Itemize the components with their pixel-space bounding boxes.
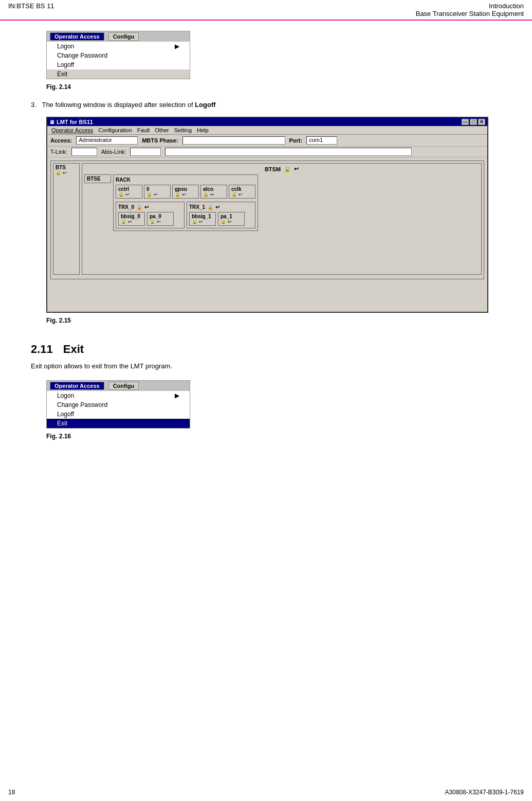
menu-configuration[interactable]: Configuration (96, 127, 134, 133)
menu-operator-access[interactable]: Operator Access (49, 127, 95, 133)
fig16-changepw-item[interactable]: Change Password (47, 400, 190, 410)
fig14-label: Fig. 2.14 (46, 83, 501, 91)
doc-reference: A30808-X3247-B309-1-7619 (445, 789, 524, 796)
port-label: Port: (289, 137, 303, 144)
section-211-title: Exit (63, 343, 84, 356)
cclk-box: cclk 🔒 ↩ (229, 185, 255, 199)
trx-section: TRX_0 🔒 ↩ bbsig_0 🔒 ↩ (116, 202, 255, 228)
pa1-icons: 🔒 ↩ (221, 219, 242, 224)
pa1-box: pa_1 🔒 ↩ (218, 212, 245, 226)
access-label: Access: (50, 137, 72, 144)
fig14-exit-item[interactable]: Exit (47, 69, 190, 79)
tlink-value (71, 148, 97, 156)
fig14-changepw-item[interactable]: Change Password (47, 51, 190, 60)
menu-fault[interactable]: Fault (135, 127, 152, 133)
components-row: cctrl 🔒 ↩ li 🔒 ↩ gpsu (116, 185, 255, 199)
btse-label: BTSE (87, 176, 108, 182)
page-header: IN:BTSE BS 11 Introduction Base Transcei… (0, 0, 532, 21)
rack-label: RACK (116, 177, 131, 183)
bts-label: BTS (56, 165, 77, 170)
bbsig1-box: bbsig_1 🔒 ↩ (189, 212, 216, 226)
btsm-box: BTSM 🔒 ↩ BTSE (82, 163, 482, 275)
trx0-header: TRX_0 🔒 ↩ (118, 204, 182, 210)
header-left: IN:BTSE BS 11 (8, 2, 54, 10)
cctrl-icons: 🔒 ↩ (118, 192, 140, 197)
trx1-unlock: ↩ (215, 204, 219, 210)
btsm-lock-icon: 🔒 (284, 166, 291, 172)
btsm-header: BTSM 🔒 ↩ (84, 166, 479, 172)
fig16-operator-access-btn[interactable]: Operator Access (50, 382, 104, 390)
abis-value (130, 148, 161, 156)
fig14-logoff-item[interactable]: Logoff (47, 60, 190, 69)
bbsig1-icons: 🔒 ↩ (192, 219, 213, 224)
abis-label: Abis-Link: (101, 149, 126, 155)
fig16-logoff-item[interactable]: Logoff (47, 410, 190, 419)
fig16-exit-item[interactable]: Exit (47, 419, 190, 428)
rack-group: RACK cctrl 🔒 ↩ li (113, 174, 258, 231)
lmt-info-row2: T-Link: Abis-Link: (47, 147, 487, 157)
trx1-lock: 🔒 (207, 204, 213, 210)
pa0-box: pa_0 🔒 ↩ (147, 212, 174, 226)
minimize-btn[interactable]: — (462, 119, 469, 125)
fig15-label: Fig. 2.15 (46, 317, 501, 324)
configu-btn[interactable]: Configu (108, 32, 139, 41)
trx1-group: TRX_1 🔒 ↩ bbsig_1 🔒 ↩ (187, 202, 255, 228)
btsm-content-row: BTSE RACK cctrl (84, 174, 479, 231)
bbsig0-box: bbsig_0 🔒 ↩ (118, 212, 145, 226)
lmt-diagram: BTS 🔒 ↩ BTSM 🔒 ↩ (47, 157, 487, 312)
bts-box: BTS 🔒 ↩ (53, 163, 80, 275)
access-value: Administrator (76, 136, 138, 145)
btsm-label: BTSM (265, 166, 281, 172)
fig16-titlebar: Operator Access Configu (47, 381, 190, 391)
alco-label: alco (203, 186, 225, 192)
fig16-configu-btn[interactable]: Configu (108, 382, 139, 390)
lmt-title-icon: 🖥 (49, 119, 54, 125)
bbsig0-label: bbsig_0 (121, 213, 142, 219)
lmt-info-row1: Access: Administrator MBTS Phase: Port: … (47, 135, 487, 147)
bts-row1: BTS 🔒 ↩ BTSM 🔒 ↩ (53, 163, 482, 275)
lmt-titlebar-left: 🖥 LMT for BS11 (49, 119, 93, 125)
trx0-label: TRX_0 (118, 204, 134, 210)
header-right: Introduction Base Transceiver Station Eq… (416, 2, 524, 17)
mbts-label: MBTS Phase: (142, 137, 178, 144)
alco-icons: 🔒 ↩ (203, 192, 225, 197)
lmt-titlebar: 🖥 LMT for BS11 — □ ✕ (47, 118, 487, 126)
trx0-unlock: ↩ (144, 204, 149, 210)
bts-outer-box: BTS 🔒 ↩ BTSM 🔒 ↩ (50, 161, 484, 279)
operator-access-btn[interactable]: Operator Access (50, 32, 104, 41)
menu-help[interactable]: Help (195, 127, 211, 133)
tlink-label: T-Link: (50, 149, 67, 155)
fig16-label: Fig. 2.16 (46, 433, 501, 440)
maximize-btn[interactable]: □ (470, 119, 477, 125)
fig15-lmt-window: 🖥 LMT for BS11 — □ ✕ Operator Access Con… (46, 117, 488, 313)
step3-text: 3. The following window is displayed aft… (31, 101, 501, 109)
fig16-logon-item[interactable]: Logon ▶ (47, 391, 190, 400)
gpsu-icons: 🔒 ↩ (175, 192, 196, 197)
bbsig1-label: bbsig_1 (192, 213, 213, 219)
trx0-inner: bbsig_0 🔒 ↩ pa_0 🔒 ↩ (118, 212, 182, 226)
trx1-header: TRX_1 🔒 ↩ (189, 204, 253, 210)
header-title: Introduction (416, 2, 524, 10)
pa0-label: pa_0 (150, 213, 171, 219)
lmt-menubar: Operator Access Configuration Fault Othe… (47, 126, 487, 135)
gpsu-label: gpsu (175, 186, 196, 192)
cctrl-label: cctrl (118, 186, 140, 192)
alco-box: alco 🔒 ↩ (200, 185, 227, 199)
page-number: 18 (8, 789, 15, 796)
cclk-icons: 🔒 ↩ (231, 192, 253, 197)
btse-box: BTSE (84, 174, 111, 183)
fig14-logon-item[interactable]: Logon ▶ (47, 42, 190, 51)
trx1-inner: bbsig_1 🔒 ↩ pa_1 🔒 ↩ (189, 212, 253, 226)
close-btn[interactable]: ✕ (478, 119, 485, 125)
abis-long-value (165, 148, 412, 156)
port-value: com1 (306, 136, 337, 145)
menu-other[interactable]: Other (153, 127, 171, 133)
menu-setting[interactable]: Setting (172, 127, 194, 133)
trx0-lock: 🔒 (136, 204, 142, 210)
li-box: li 🔒 ↩ (144, 185, 171, 199)
trx1-label: TRX_1 (189, 204, 205, 210)
pa1-label: pa_1 (221, 213, 242, 219)
btsm-unlock-icon: ↩ (294, 166, 299, 172)
pa0-icons: 🔒 ↩ (150, 219, 171, 224)
bts-icons: 🔒 ↩ (56, 170, 77, 175)
